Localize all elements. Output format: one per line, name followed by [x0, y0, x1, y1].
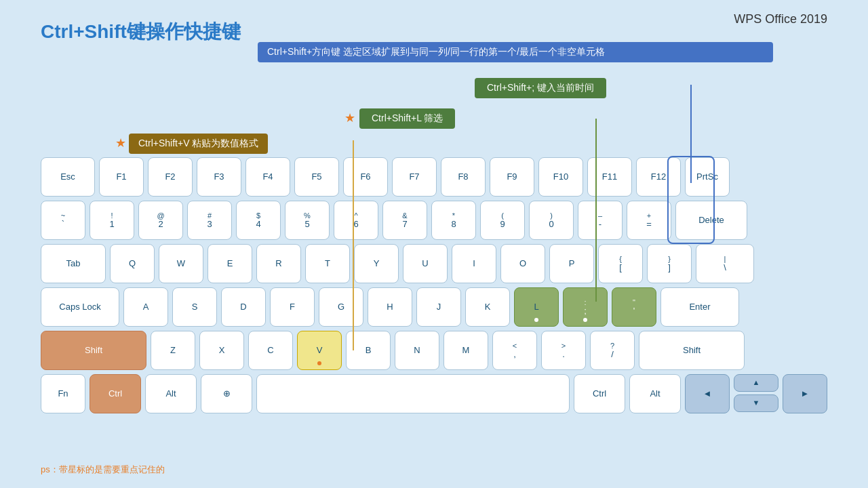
function-key-row: Esc F1 F2 F3 F4 F5 F6 F7 F8 F9 F10 F11 F…	[41, 157, 827, 197]
key-alt-right[interactable]: Alt	[629, 374, 681, 413]
key-delete[interactable]: Delete	[675, 201, 747, 240]
key-i[interactable]: I	[452, 244, 496, 283]
key-d[interactable]: D	[221, 287, 266, 327]
key-quote[interactable]: "'	[612, 287, 656, 327]
key-4[interactable]: $4	[236, 201, 281, 240]
tooltip-semicolon: Ctrl+Shift+; 键入当前时间	[475, 78, 606, 98]
key-v[interactable]: V	[297, 331, 342, 370]
key-slash[interactable]: ?/	[590, 331, 635, 370]
connector-line-v	[353, 140, 354, 350]
key-f4[interactable]: F4	[245, 157, 290, 197]
key-s[interactable]: S	[172, 287, 217, 327]
key-1[interactable]: !1	[90, 201, 134, 240]
key-o[interactable]: O	[500, 244, 545, 283]
key-f5[interactable]: F5	[294, 157, 339, 197]
qwerty-row: Tab Q W E R T Y U I O P {[ }] |\	[41, 244, 827, 283]
connector-line-f11	[690, 85, 692, 183]
key-w[interactable]: W	[159, 244, 203, 283]
key-right[interactable]: ►	[783, 374, 827, 413]
key-shift-right[interactable]: Shift	[639, 331, 745, 370]
key-f3[interactable]: F3	[197, 157, 241, 197]
key-f10[interactable]: F10	[538, 157, 583, 197]
tooltip-L: Ctrl+Shift+L 筛选	[359, 108, 455, 129]
key-capslock[interactable]: Caps Lock	[41, 287, 119, 327]
key-f7[interactable]: F7	[392, 157, 437, 197]
key-8[interactable]: *8	[431, 201, 476, 240]
key-rbracket[interactable]: }]	[647, 244, 692, 283]
key-esc[interactable]: Esc	[41, 157, 95, 197]
key-period[interactable]: >.	[541, 331, 586, 370]
tooltip-arrow-keys: Ctrl+Shift+方向键 选定区域扩展到与同一列/同一行的第一个/最后一个非…	[258, 42, 773, 62]
key-f11[interactable]: F11	[587, 157, 632, 197]
key-semicolon[interactable]: :;	[563, 287, 608, 327]
key-x[interactable]: X	[199, 331, 244, 370]
key-comma[interactable]: <,	[492, 331, 537, 370]
key-f8[interactable]: F8	[441, 157, 486, 197]
key-5[interactable]: %5	[285, 201, 330, 240]
key-j[interactable]: J	[416, 287, 461, 327]
key-q[interactable]: Q	[110, 244, 155, 283]
wps-logo: WPS Office 2019	[734, 12, 827, 26]
key-h[interactable]: H	[368, 287, 412, 327]
page-title: Ctrl+Shift键操作快捷键	[41, 19, 241, 45]
key-shift-left[interactable]: Shift	[41, 331, 146, 370]
key-lbracket[interactable]: {[	[598, 244, 643, 283]
connector-line-l	[595, 119, 597, 302]
key-p[interactable]: P	[549, 244, 594, 283]
key-fn[interactable]: Fn	[41, 374, 85, 413]
tooltip-V: Ctrl+Shift+V 粘贴为数值格式	[129, 134, 268, 154]
key-3[interactable]: #3	[187, 201, 232, 240]
key-f2[interactable]: F2	[148, 157, 193, 197]
key-f[interactable]: F	[270, 287, 315, 327]
key-f12[interactable]: F12	[636, 157, 681, 197]
key-6[interactable]: ^6	[334, 201, 378, 240]
key-l[interactable]: L	[514, 287, 559, 327]
key-backtick[interactable]: ~`	[41, 201, 85, 240]
key-backslash[interactable]: |\	[696, 244, 754, 283]
key-up[interactable]: ▲	[734, 374, 778, 392]
asdf-row: Caps Lock A S D F G H J K L :; "' Enter	[41, 287, 827, 327]
star-icon-1: ★	[115, 136, 126, 150]
key-k[interactable]: K	[465, 287, 510, 327]
key-f9[interactable]: F9	[490, 157, 534, 197]
key-c[interactable]: C	[248, 331, 293, 370]
key-tab[interactable]: Tab	[41, 244, 106, 283]
key-e[interactable]: E	[208, 244, 252, 283]
key-r[interactable]: R	[256, 244, 301, 283]
key-space[interactable]	[256, 374, 570, 413]
key-f1[interactable]: F1	[99, 157, 144, 197]
key-7[interactable]: &7	[382, 201, 427, 240]
key-y[interactable]: Y	[354, 244, 399, 283]
key-equals[interactable]: +=	[627, 201, 671, 240]
key-n[interactable]: N	[395, 331, 439, 370]
number-row: ~` !1 @2 #3 $4 %5 ^6 &7 *8 (9 )0 –- += D…	[41, 201, 827, 240]
key-ctrl-left[interactable]: Ctrl	[90, 374, 141, 413]
key-a[interactable]: A	[123, 287, 168, 327]
key-2[interactable]: @2	[138, 201, 183, 240]
keyboard: Esc F1 F2 F3 F4 F5 F6 F7 F8 F9 F10 F11 F…	[41, 157, 827, 418]
key-z[interactable]: Z	[151, 331, 195, 370]
key-left[interactable]: ◄	[685, 374, 730, 413]
star-icon-2: ★	[344, 110, 355, 125]
key-0[interactable]: )0	[529, 201, 574, 240]
key-9[interactable]: (9	[480, 201, 525, 240]
key-f6[interactable]: F6	[343, 157, 388, 197]
key-g[interactable]: G	[319, 287, 363, 327]
key-alt-left[interactable]: Alt	[145, 374, 197, 413]
key-minus[interactable]: –-	[578, 201, 623, 240]
bottom-row: Fn Ctrl Alt ⊕ Ctrl Alt ◄ ▲ ▼ ►	[41, 374, 827, 413]
zxcv-row: Shift Z X C V B N M <, >. ?/ Shift	[41, 331, 827, 370]
key-enter[interactable]: Enter	[660, 287, 739, 327]
key-m[interactable]: M	[443, 331, 488, 370]
key-win[interactable]: ⊕	[201, 374, 252, 413]
ps-note: ps：带星标的是需要重点记住的	[41, 464, 165, 476]
key-ctrl-right[interactable]: Ctrl	[574, 374, 625, 413]
key-t[interactable]: T	[305, 244, 350, 283]
key-down[interactable]: ▼	[734, 394, 778, 412]
key-u[interactable]: U	[403, 244, 448, 283]
